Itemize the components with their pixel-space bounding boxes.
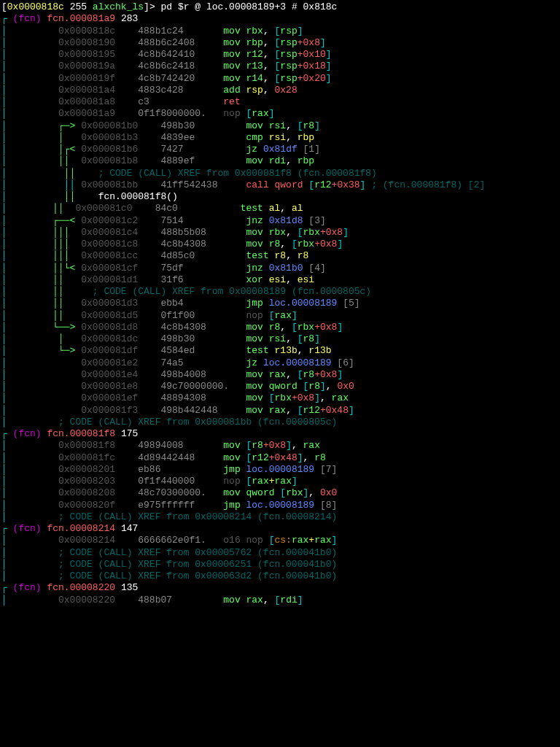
xref-comment: │ ; CODE (CALL) XREF from 0x000081bb (fc… <box>1 417 559 428</box>
asm-line: │ 0x00008203 0f1f440000 nop [rax+rax] <box>1 476 559 487</box>
function-header: ┌ (fcn) fcn.00008220 135 <box>1 582 559 594</box>
asm-line: │ │ 0x000081b3 4839ee cmp rsi, rbp <box>1 132 559 144</box>
asm-line: │ 0x000081a9 0f1f8000000. nop [rax] <box>1 108 559 120</box>
asm-line: │ 0x00008195 4c8b642410 mov r12, [rsp+0x… <box>1 49 559 61</box>
asm-line: │ 0x00008190 488b6c2408 mov rbp, [rsp+0x… <box>1 37 559 49</box>
asm-line: │ │││ 0x000081c8 4c8b4308 mov r8, [rbx+0… <box>1 239 559 250</box>
function-header: ┌ (fcn) fcn.000081f8 175 <box>1 428 559 440</box>
function-header: ┌ (fcn) fcn.00008214 147 <box>1 523 559 535</box>
asm-line: │ 0x0000818c 488b1c24 mov rbx, [rsp] <box>1 26 559 37</box>
asm-line: │ 0x0000820f e975ffffff jmp loc.00008189… <box>1 500 559 511</box>
prompt-line[interactable]: [0x0000818c 255 alxchk_ls]> pd $r @ loc.… <box>1 1 559 13</box>
asm-line: │ 0x000081a4 4883c428 add rsp, 0x28 <box>1 85 559 96</box>
disassembly-output: [0x0000818c 255 alxchk_ls]> pd $r @ loc.… <box>1 1 559 606</box>
asm-line: │ └──> 0x000081d8 4c8b4308 mov r8, [rbx+… <box>1 322 559 333</box>
asm-line: │ 0x0000819f 4c8b742420 mov r14, [rsp+0x… <box>1 73 559 85</box>
asm-line: │ 0x0000819a 4c8b6c2418 mov r13, [rsp+0x… <box>1 61 559 72</box>
asm-line: │ 0x000081ef 48894308 mov [rbx+0x8], rax <box>1 392 559 404</box>
asm-line: │ 0x000081e4 498b4008 mov rax, [r8+0x8] <box>1 369 559 381</box>
asm-line: │ 0x000081fc 4d89442448 mov [r12+0x48], … <box>1 452 559 464</box>
xref-comment: │ ; CODE (CALL) XREF from 0x00006251 (fc… <box>1 559 559 570</box>
asm-line: │ ││└< 0x000081cf 75df jnz 0x81b0 [4] <box>1 263 559 274</box>
asm-line: │ 0x00008220 488b07 mov rax, [rdi] <box>1 595 559 606</box>
asm-line: │ ││ 0x000081b8 4889ef mov rdi, rbp <box>1 155 559 167</box>
asm-line: │ ┌──< 0x000081c2 7514 jnz 0x81d8 [3] <box>1 215 559 227</box>
asm-line: │ 0x000081e2 74a5 jz loc.00008189 [6] <box>1 357 559 369</box>
asm-line: │ 0x000081a8 c3 ret <box>1 96 559 108</box>
xref-comment: │ ││ ; CODE (CALL) XREF from 0x000081f8 … <box>1 168 559 179</box>
asm-line: │ │ 0x000081dc 498b30 mov rsi, [r8] <box>1 333 559 345</box>
function-header: ┌ (fcn) fcn.000081a9 283 <box>1 13 559 25</box>
asm-line: │ ┌─> 0x000081b0 498b30 mov rsi, [r8] <box>1 120 559 132</box>
asm-line: │ └─> 0x000081df 4584ed test r13b, r13b <box>1 345 559 357</box>
asm-line: │ 0x000081f8 49894008 mov [r8+0x8], rax <box>1 440 559 452</box>
asm-line: │ 0x00008214 6666662e0f1. o16 nop [cs:ra… <box>1 535 559 546</box>
asm-line: │ ││ 0x000081bb 41ff542438 call qword [r… <box>1 179 559 191</box>
asm-line: │ 0x00008201 eb86 jmp loc.00008189 [7] <box>1 464 559 476</box>
xref-comment: │ ││ ; CODE (CALL) XREF from 0x00008189 … <box>1 286 559 298</box>
xref-comment: │ ; CODE (CALL) XREF from 0x000063d2 (fc… <box>1 570 559 582</box>
asm-line: │ 0x000081f3 498b442448 mov rax, [r12+0x… <box>1 405 559 417</box>
asm-line: │ ││ 0x000081d5 0f1f00 nop [rax] <box>1 310 559 322</box>
fcn-label: │ ││ fcn.000081f8() <box>1 191 559 203</box>
asm-line: │ │││ 0x000081c4 488b5b08 mov rbx, [rbx+… <box>1 227 559 239</box>
xref-comment: │ ; CODE (CALL) XREF from 0x00008214 (fc… <box>1 511 559 523</box>
asm-line: │ ││ 0x000081d3 ebb4 jmp loc.00008189 [5… <box>1 298 559 309</box>
asm-line: │ │││ 0x000081cc 4d85c0 test r8, r8 <box>1 250 559 262</box>
asm-line: │ │┌< 0x000081b6 7427 jz 0x81df [1] <box>1 144 559 155</box>
asm-line: │ ││ 0x000081d1 31f6 xor esi, esi <box>1 274 559 286</box>
xref-comment: │ ; CODE (CALL) XREF from 0x00005762 (fc… <box>1 547 559 559</box>
asm-line: │ 0x000081e8 49c70000000. mov qword [r8]… <box>1 381 559 392</box>
asm-line: │ ││ 0x000081c0 84c0 test al, al <box>1 203 559 214</box>
asm-line: │ 0x00008208 48c70300000. mov qword [rbx… <box>1 487 559 499</box>
